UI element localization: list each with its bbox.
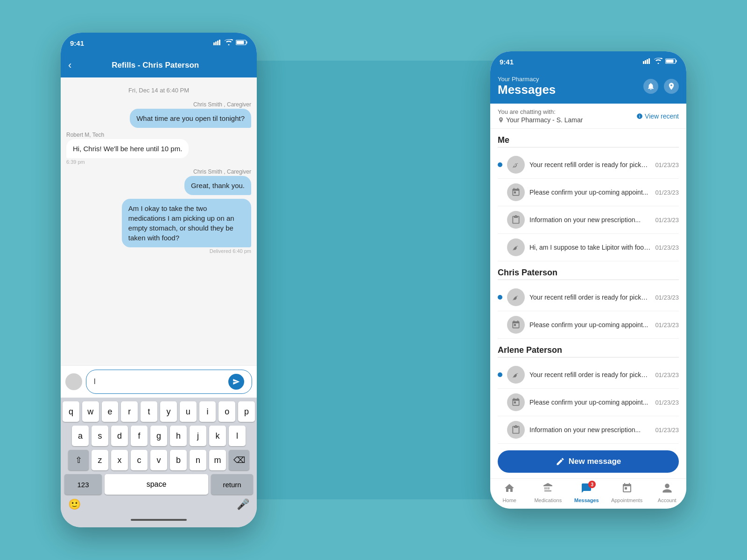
- msg-content: Hi, am I suppose to take Lipitor with fo…: [529, 244, 650, 251]
- right-time: 9:41: [500, 58, 514, 66]
- person-name-arlene: Arlene Paterson: [498, 345, 679, 355]
- divider-arlene: [498, 357, 679, 357]
- key-e[interactable]: e: [102, 401, 119, 422]
- key-a[interactable]: a: [72, 426, 89, 446]
- key-l[interactable]: l: [229, 426, 246, 446]
- nav-medications-label: Medications: [534, 497, 562, 503]
- key-p[interactable]: p: [238, 401, 255, 422]
- nav-medications[interactable]: Medications: [534, 483, 562, 503]
- key-s[interactable]: s: [92, 426, 108, 446]
- nav-home-label: Home: [503, 497, 516, 503]
- msg-group-2: Robert M, Tech Hi, Chris! We'll be here …: [66, 132, 251, 165]
- key-b[interactable]: b: [170, 450, 187, 470]
- msg-group-3: Chris Smith , Caregiver Great, thank you…: [66, 168, 251, 195]
- key-u[interactable]: u: [180, 401, 197, 422]
- clipboard-icon: [507, 211, 525, 229]
- svg-rect-7: [643, 61, 644, 64]
- new-message-button[interactable]: New message: [498, 450, 679, 473]
- key-c[interactable]: c: [131, 450, 148, 470]
- sender-1: Chris Smith , Caregiver: [193, 101, 251, 108]
- key-f[interactable]: f: [131, 426, 148, 446]
- list-item[interactable]: Please confirm your up-coming appoint...…: [498, 179, 679, 206]
- emoji-icon[interactable]: 🙂: [68, 498, 81, 511]
- list-item[interactable]: Hi, am I suppose to take Lipitor with fo…: [498, 234, 679, 261]
- list-item[interactable]: Information on your new prescription... …: [498, 206, 679, 234]
- key-v[interactable]: v: [150, 450, 167, 470]
- space-key[interactable]: space: [105, 474, 208, 495]
- key-g[interactable]: g: [150, 426, 167, 446]
- medications-icon: [543, 483, 554, 497]
- key-k[interactable]: k: [209, 426, 226, 446]
- key-d[interactable]: d: [111, 426, 128, 446]
- refill-icon-4: [507, 366, 525, 384]
- left-time: 9:41: [70, 39, 84, 47]
- person-name-chris: Chris Paterson: [498, 268, 679, 278]
- input-text: l: [94, 378, 96, 386]
- view-recent-button[interactable]: View recent: [636, 112, 679, 120]
- return-key[interactable]: return: [211, 474, 253, 495]
- keyboard-bottom-row: 123 space return: [63, 474, 255, 495]
- list-item[interactable]: Please confirm your up-coming appoint...…: [498, 311, 679, 339]
- new-message-label: New message: [569, 457, 621, 466]
- key-m[interactable]: m: [209, 450, 226, 470]
- back-button[interactable]: ‹: [68, 59, 71, 71]
- key-r[interactable]: r: [121, 401, 138, 422]
- msg-group-1: Chris Smith , Caregiver What time are yo…: [66, 101, 251, 128]
- right-header: Your Pharmacy Messages: [490, 72, 686, 104]
- list-item[interactable]: Please confirm your up-coming appoint...…: [498, 389, 679, 416]
- nav-appointments-label: Appointments: [611, 497, 642, 503]
- key-z[interactable]: z: [92, 450, 108, 470]
- nav-appointments[interactable]: Appointments: [611, 483, 642, 503]
- send-button[interactable]: [228, 374, 244, 390]
- key-n[interactable]: n: [190, 450, 206, 470]
- refill-icon-3: [507, 288, 525, 306]
- read-dot: [498, 427, 502, 432]
- msg-date: 01/23/23: [655, 217, 679, 224]
- text-input-box[interactable]: l: [86, 370, 252, 394]
- location-button[interactable]: [664, 79, 679, 94]
- pharmacy-name: Your Pharmacy - S. Lamar: [506, 116, 583, 124]
- svg-rect-5: [247, 41, 247, 43]
- refill-icon: [507, 156, 525, 174]
- chat-area: Fri, Dec 14 at 6:40 PM Chris Smith , Car…: [61, 77, 257, 365]
- nav-messages[interactable]: 3 Messages: [572, 483, 600, 503]
- bell-button[interactable]: [643, 79, 658, 94]
- backspace-key[interactable]: ⌫: [229, 450, 249, 470]
- chat-with-banner: You are chatting with: Your Pharmacy - S…: [490, 104, 686, 129]
- key-h[interactable]: h: [170, 426, 187, 446]
- msg-date: 01/23/23: [655, 427, 679, 434]
- timestamp-2: 6:39 pm: [66, 159, 251, 165]
- nav-home[interactable]: Home: [495, 483, 523, 503]
- msg-date: 01/23/23: [655, 294, 679, 301]
- list-item[interactable]: Your recent refill order is ready for pi…: [498, 151, 679, 179]
- svg-rect-10: [648, 58, 650, 64]
- numbers-key[interactable]: 123: [64, 474, 102, 495]
- unread-dot-chris: [498, 295, 502, 300]
- msg-text: Your recent refill order is ready for pi…: [529, 371, 650, 378]
- key-q[interactable]: q: [63, 401, 79, 422]
- right-status-bar: 9:41: [490, 51, 686, 72]
- shift-key[interactable]: ⇧: [68, 450, 89, 470]
- msg-group-4: Am I okay to take the two medications I …: [66, 199, 251, 254]
- key-x[interactable]: x: [111, 450, 128, 470]
- list-item[interactable]: Information on your new prescription... …: [498, 416, 679, 444]
- keyboard-row-1: q w e r t y u i o p: [63, 401, 255, 422]
- messages-list: Me Your recent refill order is ready for…: [490, 129, 686, 445]
- key-o[interactable]: o: [218, 401, 235, 422]
- svg-rect-9: [647, 59, 648, 64]
- key-w[interactable]: w: [82, 401, 99, 422]
- bottom-nav: Home Medications 3 Messages Appointme: [490, 478, 686, 509]
- key-t[interactable]: t: [141, 401, 157, 422]
- list-item[interactable]: Your recent refill order is ready for pi…: [498, 284, 679, 311]
- key-i[interactable]: i: [199, 401, 216, 422]
- scene: 9:41 ‹ Refills - Chris Paterson Fri, Dec…: [47, 23, 700, 537]
- key-y[interactable]: y: [160, 401, 177, 422]
- key-j[interactable]: j: [190, 426, 206, 446]
- msg-text: Please confirm your up-coming appoint...: [529, 321, 650, 329]
- account-icon: [662, 483, 673, 497]
- nav-account[interactable]: Account: [653, 483, 681, 503]
- left-header: ‹ Refills - Chris Paterson: [61, 53, 257, 77]
- section-arlene: Arlene Paterson Your recent refill order…: [498, 345, 679, 444]
- list-item[interactable]: Your recent refill order is ready for pi…: [498, 361, 679, 389]
- mic-icon[interactable]: 🎤: [237, 498, 249, 511]
